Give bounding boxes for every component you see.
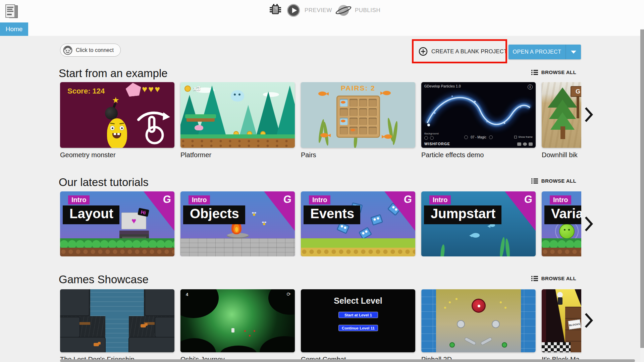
- card-title: Particle effects demo: [421, 151, 536, 159]
- card-oshi-journey[interactable]: 4 ⟳ Oshi's Journey: [180, 289, 295, 362]
- gdevelop-logo-icon: G: [163, 193, 172, 205]
- browse-all-showcase[interactable]: BROWSE ALL: [531, 276, 576, 281]
- pentagon-shape: [125, 82, 142, 97]
- card-tutorial-jumpstart[interactable]: G Intro Jumpstart: [421, 191, 536, 256]
- toolbar: PREVIEW PUBLISH Home: [0, 0, 644, 36]
- section-title-examples: Start from an example: [59, 67, 168, 80]
- create-blank-project-button[interactable]: CREATE A BLANK PROJECT: [419, 45, 507, 58]
- coin-icon: [184, 85, 191, 92]
- card-its-block[interactable]: BLOCKS It's Block Ma: [542, 289, 581, 362]
- create-blank-label: CREATE A BLANK PROJECT: [431, 48, 507, 55]
- background-label: Background: [424, 132, 439, 135]
- geometry-monster-thumbnail: Score: 124 ♥♥♥: [60, 82, 174, 148]
- bomb-icon: [105, 107, 118, 120]
- browse-all-examples[interactable]: BROWSE ALL: [531, 69, 576, 75]
- card-title: Geometry monster: [60, 151, 174, 159]
- card-title: Platformer: [180, 151, 295, 159]
- card-geometry-monster[interactable]: Score: 124 ♥♥♥ Geometry monste: [60, 82, 174, 163]
- section-title-showcase: Games Showcase: [59, 273, 149, 286]
- gdevelop-logo-icon: G: [404, 193, 413, 205]
- downhill-thumbnail: G: [542, 82, 581, 148]
- tutorial-jumpstart-thumbnail: G Intro Jumpstart: [421, 191, 536, 256]
- publish-button[interactable]: PUBLISH: [355, 7, 380, 14]
- dog-sprite: [141, 324, 146, 327]
- particles-thumbnail: GDevelop Particles 1.0 i Background 07 -…: [421, 82, 536, 148]
- pairs-score-text: PAIRS: 2: [301, 84, 415, 92]
- scroll-right-arrow-examples[interactable]: [584, 107, 593, 123]
- open-project-dropdown[interactable]: [566, 45, 581, 59]
- tutorial-events-thumbnail: G Intro Events: [301, 191, 415, 256]
- bumper: [472, 299, 486, 313]
- photo-icon: [529, 142, 533, 146]
- card-tutorial-events[interactable]: G Intro Events: [301, 191, 415, 256]
- avatar-icon: [63, 46, 72, 55]
- select-level-heading: Select Level: [301, 296, 415, 306]
- tutorial-objects-thumbnail: G Intro Objects: [180, 191, 295, 256]
- twitter-icon: [523, 142, 527, 146]
- browse-all-tutorials[interactable]: BROWSE ALL: [531, 178, 576, 184]
- card-tutorial-objects[interactable]: G Intro Objects: [180, 191, 295, 256]
- card-comet-combat[interactable]: Select Level Start at Level 1 Continue L…: [301, 289, 415, 362]
- project-manager-icon[interactable]: [4, 3, 19, 21]
- lost-dog-thumbnail: [60, 289, 174, 352]
- swipe-hand-icon: [137, 108, 171, 146]
- list-icon: [531, 276, 538, 281]
- blocks-box: BLOCKS: [568, 319, 581, 330]
- wooden-sign: G: [571, 86, 581, 97]
- hero-sprite: [231, 328, 234, 333]
- card-pairs[interactable]: PAIRS: 2 Pairs: [301, 82, 415, 163]
- open-project-button[interactable]: OPEN A PROJECT: [508, 45, 581, 59]
- list-icon: [531, 70, 538, 75]
- score-text: Score: 124: [67, 87, 105, 96]
- gdevelop-logo-icon: G: [524, 193, 533, 205]
- card-title: Downhill bik: [542, 151, 581, 159]
- card-tutorial-layout[interactable]: ♥ Hi G Intro Layout: [60, 191, 174, 256]
- ball-sprite: [559, 224, 575, 239]
- section-title-tutorials: Our latest tutorials: [59, 176, 149, 189]
- tab-home[interactable]: Home: [0, 22, 28, 36]
- youtube-icon: [517, 142, 521, 146]
- blocks-thumbnail: BLOCKS: [542, 289, 581, 352]
- particles-app-title: GDevelop Particles 1.0: [424, 84, 461, 88]
- social-icons: [517, 142, 533, 146]
- connect-button[interactable]: Click to connect: [60, 44, 121, 57]
- show-frame-control: Show frame: [514, 135, 533, 138]
- pairs-thumbnail: PAIRS: 2: [301, 82, 415, 148]
- publish-planet-icon[interactable]: [337, 4, 350, 17]
- card-lost-dog[interactable]: The Lost Dog's Frienship: [60, 289, 174, 362]
- tutorials-card-row: ♥ Hi G Intro Layout G Intro O: [60, 191, 581, 256]
- card-platformer[interactable]: x3 Platformer: [180, 82, 295, 163]
- scroll-right-arrow-showcase[interactable]: [584, 312, 593, 328]
- comet-thumbnail: Select Level Start at Level 1 Continue L…: [301, 289, 415, 352]
- card-pinball[interactable]: Pinball 2D: [421, 289, 536, 362]
- oshi-thumbnail: 4 ⟳: [180, 289, 295, 352]
- card-title: Pairs: [301, 151, 415, 159]
- vertical-scrollbar: [640, 29, 644, 362]
- showcase-card-row: The Lost Dog's Frienship 4 ⟳ Oshi's Jour…: [60, 289, 581, 362]
- checkbox-icon: [514, 136, 517, 138]
- card-particle-effects[interactable]: GDevelop Particles 1.0 i Background 07 -…: [421, 82, 536, 163]
- tutorial-layout-thumbnail: ♥ Hi G Intro Layout: [60, 191, 174, 256]
- open-project-label[interactable]: OPEN A PROJECT: [508, 45, 566, 59]
- card-tutorial-variables[interactable]: +1 G Intro Variab: [542, 191, 581, 256]
- player-sprite: [231, 90, 244, 102]
- restart-icon: ⟳: [286, 291, 291, 297]
- chevron-down-icon: [571, 51, 576, 54]
- horizontal-scrollbar-thumb[interactable]: [60, 359, 635, 362]
- plus-circle-icon: [419, 47, 428, 56]
- gdevelop-home-screen: PREVIEW PUBLISH Home Click to connect CR…: [0, 0, 644, 362]
- counter-text: 4: [186, 292, 188, 297]
- pinball-thumbnail: [421, 289, 536, 352]
- platformer-thumbnail: x3: [180, 82, 295, 148]
- preview-button[interactable]: PREVIEW: [305, 7, 332, 14]
- debugger-icon[interactable]: [268, 3, 282, 18]
- gdevelop-logo-icon: G: [283, 193, 292, 205]
- spark-icon: [112, 97, 119, 104]
- card-downhill-bike[interactable]: G Downhill bik: [542, 82, 581, 163]
- tutorial-variables-thumbnail: +1 G Intro Variab: [542, 191, 581, 256]
- start-level-button: Start at Level 1: [338, 312, 378, 318]
- vertical-scrollbar-thumb[interactable]: [640, 29, 644, 348]
- scroll-right-arrow-tutorials[interactable]: [584, 216, 593, 232]
- preview-play-icon[interactable]: [287, 4, 300, 17]
- info-icon: i: [528, 84, 533, 89]
